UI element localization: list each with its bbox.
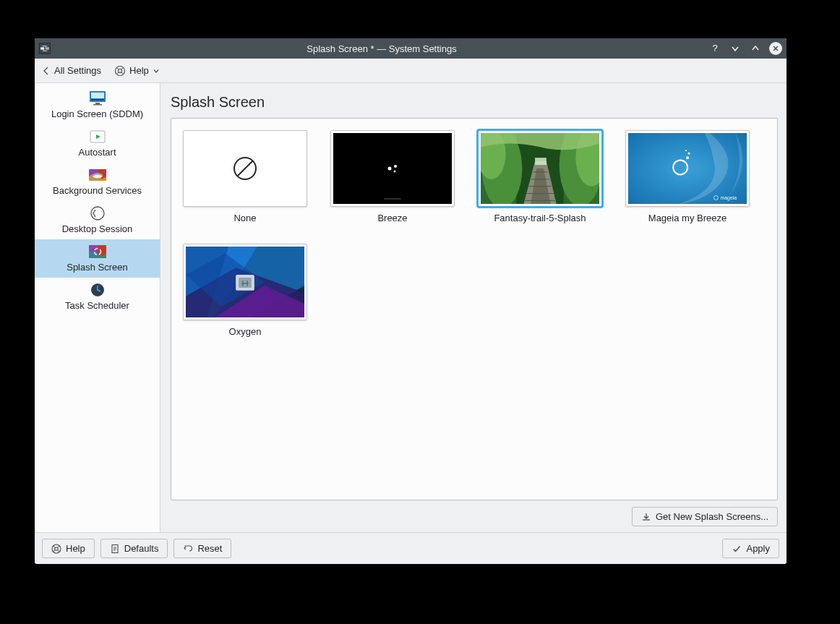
- splash-tile-breeze[interactable]: Breeze: [330, 130, 455, 223]
- splash-thumb-mageia: mageia: [625, 130, 750, 207]
- login-screen-icon: [88, 90, 107, 106]
- svg-point-48: [52, 544, 61, 553]
- chevron-left-icon: [42, 67, 51, 75]
- sidebar-item-login-screen[interactable]: Login Screen (SDDM): [35, 86, 160, 124]
- sidebar-item-autostart[interactable]: Autostart: [35, 124, 160, 163]
- defaults-button-label: Defaults: [124, 543, 159, 554]
- splash-tile-label: Mageia my Breeze: [648, 213, 727, 223]
- lifebuoy-icon: [114, 65, 126, 77]
- svg-point-42: [685, 150, 687, 151]
- defaults-button[interactable]: Defaults: [100, 539, 168, 558]
- apply-button-label: Apply: [746, 543, 770, 554]
- chevron-down-icon: [153, 67, 160, 74]
- get-new-label: Get New Splash Screens...: [656, 511, 768, 522]
- app-icon: [39, 43, 51, 54]
- apply-button[interactable]: Apply: [722, 539, 779, 558]
- help-button[interactable]: Help: [42, 539, 95, 558]
- svg-rect-9: [93, 104, 102, 106]
- help-button-label: Help: [66, 543, 85, 554]
- actions-row: Get New Splash Screens...: [171, 500, 778, 526]
- svg-text:mageia: mageia: [721, 195, 737, 201]
- fantasy-trail-preview: [481, 133, 599, 204]
- main-panel: Splash Screen None: [160, 83, 787, 532]
- help-label: Help: [129, 65, 149, 76]
- svg-text:?: ?: [712, 43, 717, 54]
- svg-point-41: [687, 153, 690, 155]
- reset-button-label: Reset: [197, 543, 222, 554]
- all-settings-button[interactable]: All Settings: [42, 65, 101, 76]
- sidebar-item-label: Background Services: [53, 185, 142, 196]
- lifebuoy-icon: [51, 544, 61, 554]
- svg-rect-1: [46, 47, 49, 49]
- body: Login Screen (SDDM) Autostart Background…: [35, 83, 787, 532]
- system-settings-window: Splash Screen * — System Settings ? All …: [35, 38, 787, 564]
- help-menu-button[interactable]: Help: [114, 65, 160, 77]
- svg-point-23: [388, 167, 392, 171]
- sidebar-item-splash-screen[interactable]: Splash Screen: [35, 239, 160, 278]
- minimize-icon[interactable]: [729, 42, 742, 55]
- svg-point-3: [116, 66, 125, 75]
- svg-rect-7: [91, 99, 104, 101]
- svg-point-49: [55, 547, 58, 550]
- splash-tile-label: Fantasy-trail-5-Splash: [494, 213, 586, 223]
- get-new-splash-button[interactable]: Get New Splash Screens...: [632, 507, 778, 526]
- sidebar-item-label: Login Screen (SDDM): [51, 108, 143, 119]
- splash-tile-fantasy-trail[interactable]: Fantasy-trail-5-Splash: [478, 130, 602, 223]
- background-services-icon: [88, 167, 107, 183]
- desktop-session-icon: [88, 205, 107, 221]
- splash-thumb-fantasy: [478, 130, 602, 207]
- svg-point-24: [394, 165, 397, 168]
- svg-point-40: [686, 156, 689, 159]
- splash-thumb-none: [183, 130, 307, 207]
- sidebar-item-label: Desktop Session: [62, 223, 133, 234]
- task-scheduler-icon: [88, 282, 107, 298]
- breeze-spinner-icon: [385, 161, 400, 176]
- sidebar-item-label: Task Scheduler: [65, 300, 129, 311]
- svg-rect-0: [40, 47, 44, 49]
- svg-line-22: [238, 161, 253, 176]
- splash-grid: None: [183, 130, 766, 337]
- sidebar-item-background-services[interactable]: Background Services: [35, 163, 160, 201]
- sidebar-item-desktop-session[interactable]: Desktop Session: [35, 201, 160, 239]
- sidebar-item-label: Autostart: [78, 147, 116, 158]
- window-controls: ?: [708, 42, 782, 55]
- mageia-preview: mageia: [628, 133, 747, 204]
- oxygen-preview: [186, 247, 304, 317]
- svg-point-25: [394, 171, 396, 173]
- download-icon: [641, 512, 651, 522]
- splash-thumb-oxygen: [183, 244, 307, 320]
- none-icon: [231, 154, 260, 183]
- svg-point-20: [97, 289, 98, 291]
- splash-tile-label: Oxygen: [229, 326, 262, 337]
- splash-thumb-breeze: [330, 130, 455, 207]
- close-icon[interactable]: [769, 42, 782, 55]
- splash-tile-oxygen[interactable]: Oxygen: [183, 244, 307, 337]
- splash-tile-none[interactable]: None: [183, 130, 307, 223]
- titlebar: Splash Screen * — System Settings ?: [35, 38, 787, 59]
- sidebar: Login Screen (SDDM) Autostart Background…: [35, 83, 160, 532]
- svg-rect-38: [535, 158, 547, 165]
- svg-rect-8: [95, 103, 100, 104]
- reset-button[interactable]: Reset: [173, 539, 231, 558]
- splash-tile-label: Breeze: [377, 213, 407, 223]
- autostart-icon: [88, 129, 107, 145]
- help-titlebar-icon[interactable]: ?: [708, 42, 721, 55]
- all-settings-label: All Settings: [54, 65, 101, 76]
- check-icon: [732, 544, 742, 554]
- document-revert-icon: [110, 544, 120, 554]
- maximize-icon[interactable]: [749, 42, 762, 55]
- footer: Help Defaults Reset Apply: [35, 532, 787, 564]
- sidebar-item-label: Splash Screen: [67, 262, 128, 273]
- svg-rect-6: [91, 93, 104, 98]
- splash-tile-mageia[interactable]: mageia Mageia my Breeze: [625, 130, 750, 223]
- undo-icon: [183, 544, 193, 554]
- sidebar-item-task-scheduler[interactable]: Task Scheduler: [35, 278, 160, 316]
- svg-rect-47: [239, 278, 252, 288]
- page-title: Splash Screen: [171, 94, 778, 111]
- toolbar: All Settings Help: [35, 59, 787, 83]
- svg-point-4: [119, 69, 122, 72]
- splash-screen-icon: [88, 244, 107, 260]
- splash-tile-label: None: [233, 213, 256, 223]
- window-title: Splash Screen * — System Settings: [55, 43, 708, 54]
- splash-grid-frame: None: [171, 118, 778, 500]
